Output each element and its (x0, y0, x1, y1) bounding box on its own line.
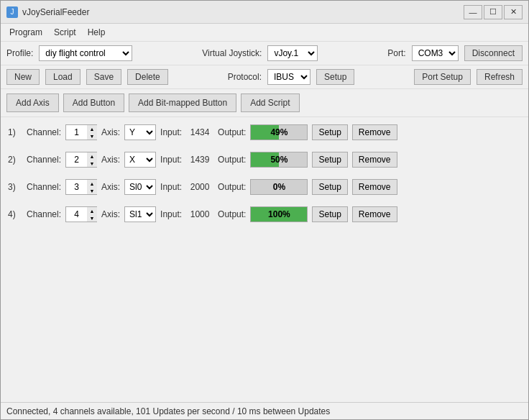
disconnect-button[interactable]: Disconnect (464, 45, 523, 61)
channel-up-3[interactable]: ▲ (87, 180, 97, 187)
input-value-3: 2000 (186, 182, 213, 192)
new-button[interactable]: New (6, 69, 40, 85)
channel-up-2[interactable]: ▲ (87, 152, 97, 160)
axis-select-1[interactable]: Y (124, 124, 156, 140)
output-bar-text-1: 49% (270, 127, 288, 137)
channel-up-4[interactable]: ▲ (87, 207, 97, 214)
channel-spinbox-3[interactable]: ▲ ▼ (65, 179, 97, 195)
axis-select-2[interactable]: X (124, 152, 156, 168)
save-button[interactable]: Save (86, 69, 121, 85)
profile-label: Profile: (6, 48, 33, 58)
channel-down-1[interactable]: ▼ (87, 132, 97, 140)
main-window: J vJoySerialFeeder — ☐ ✕ Program Script … (0, 0, 529, 420)
channel-value-1[interactable] (65, 124, 87, 140)
input-label-3: Input: (160, 182, 182, 192)
menu-program[interactable]: Program (4, 25, 48, 40)
axis-label-4: Axis: (101, 209, 120, 219)
protocol-setup-button[interactable]: Setup (316, 69, 354, 85)
channel-label-1: Channel: (27, 127, 61, 137)
output-bar-4: 100% (250, 206, 308, 222)
channel-row-1: 1) Channel: ▲ ▼ Axis: Y Input: 1434 Outp… (6, 122, 523, 143)
input-label-2: Input: (160, 155, 182, 165)
add-bitmapped-button[interactable]: Add Bit-mapped Button (129, 93, 236, 112)
output-bar-3: 0% (250, 179, 308, 195)
channel-up-1[interactable]: ▲ (87, 125, 97, 132)
restore-button[interactable]: ☐ (484, 5, 502, 19)
input-value-2: 1439 (186, 155, 213, 165)
channel-label-4: Channel: (27, 209, 61, 219)
output-bar-text-4: 100% (268, 209, 290, 219)
setup-btn-1[interactable]: Setup (312, 124, 347, 140)
setup-btn-4[interactable]: Setup (312, 206, 347, 222)
channel-row-4: 4) Channel: ▲ ▼ Axis: Sl1 Input: 1000 Ou… (6, 204, 523, 225)
axis-label-1: Axis: (101, 127, 120, 137)
channel-value-2[interactable] (65, 152, 87, 168)
secondary-toolbar: New Load Save Delete Protocol: IBUS Setu… (1, 65, 528, 89)
output-label-4: Output: (218, 209, 246, 219)
channel-num-4: 4) (8, 209, 22, 219)
menu-bar: Program Script Help (1, 24, 528, 42)
status-bar: Connected, 4 channels available, 101 Upd… (1, 402, 528, 419)
channel-down-2[interactable]: ▼ (87, 160, 97, 167)
input-label-4: Input: (160, 209, 182, 219)
status-text: Connected, 4 channels available, 101 Upd… (6, 406, 330, 416)
add-script-button[interactable]: Add Script (241, 93, 299, 112)
vjoy-label: Virtual Joystick: (202, 48, 262, 58)
protocol-select[interactable]: IBUS (267, 69, 310, 85)
action-buttons-row: Add Axis Add Button Add Bit-mapped Butto… (1, 89, 528, 117)
channel-num-1: 1) (8, 127, 22, 137)
main-toolbar: Profile: diy flight control Virtual Joys… (1, 42, 528, 65)
axis-select-4[interactable]: Sl1 (124, 206, 156, 222)
output-bar-2: 50% (250, 152, 308, 168)
axis-label-3: Axis: (101, 182, 120, 192)
channel-num-3: 3) (8, 182, 22, 192)
channel-down-4[interactable]: ▼ (87, 214, 97, 222)
profile-select[interactable]: diy flight control (39, 45, 132, 61)
remove-btn-2[interactable]: Remove (352, 152, 397, 168)
input-value-4: 1000 (186, 209, 213, 219)
port-setup-button[interactable]: Port Setup (414, 69, 471, 85)
menu-script[interactable]: Script (48, 25, 82, 40)
app-icon: J (6, 6, 18, 18)
axis-label-2: Axis: (101, 155, 120, 165)
channel-down-3[interactable]: ▼ (87, 187, 97, 194)
add-button-button[interactable]: Add Button (63, 93, 124, 112)
window-title: vJoySerialFeeder (22, 7, 89, 17)
title-bar: J vJoySerialFeeder — ☐ ✕ (1, 1, 528, 24)
channel-label-3: Channel: (27, 182, 61, 192)
window-controls: — ☐ ✕ (464, 5, 523, 19)
output-bar-text-3: 0% (273, 182, 285, 192)
port-label: Port: (387, 48, 405, 58)
output-bar-1: 49% (250, 124, 308, 140)
channel-value-3[interactable] (65, 179, 87, 195)
close-button[interactable]: ✕ (504, 5, 523, 19)
add-axis-button[interactable]: Add Axis (6, 93, 59, 112)
channel-spinbox-2[interactable]: ▲ ▼ (65, 152, 97, 168)
output-label-1: Output: (218, 127, 246, 137)
menu-help[interactable]: Help (82, 25, 111, 40)
remove-btn-3[interactable]: Remove (352, 179, 397, 195)
output-bar-text-2: 50% (270, 155, 288, 165)
channel-row-2: 2) Channel: ▲ ▼ Axis: X Input: 1439 Outp… (6, 149, 523, 170)
channel-label-2: Channel: (27, 155, 61, 165)
remove-btn-4[interactable]: Remove (352, 206, 397, 222)
axis-select-3[interactable]: Sl0 (124, 179, 156, 195)
output-label-3: Output: (218, 182, 246, 192)
delete-button[interactable]: Delete (127, 69, 168, 85)
setup-btn-2[interactable]: Setup (312, 152, 347, 168)
channel-num-2: 2) (8, 155, 22, 165)
channels-area: 1) Channel: ▲ ▼ Axis: Y Input: 1434 Outp… (1, 117, 528, 402)
remove-btn-1[interactable]: Remove (352, 124, 397, 140)
output-label-2: Output: (218, 155, 246, 165)
port-select[interactable]: COM3 (412, 45, 459, 61)
channel-value-4[interactable] (65, 206, 87, 222)
vjoy-select[interactable]: vJoy.1 (267, 45, 318, 61)
minimize-button[interactable]: — (464, 5, 482, 19)
refresh-button[interactable]: Refresh (477, 69, 523, 85)
protocol-label: Protocol: (228, 72, 262, 82)
channel-spinbox-4[interactable]: ▲ ▼ (65, 206, 97, 222)
input-value-1: 1434 (186, 127, 213, 137)
load-button[interactable]: Load (45, 69, 80, 85)
channel-spinbox-1[interactable]: ▲ ▼ (65, 124, 97, 140)
setup-btn-3[interactable]: Setup (312, 179, 347, 195)
